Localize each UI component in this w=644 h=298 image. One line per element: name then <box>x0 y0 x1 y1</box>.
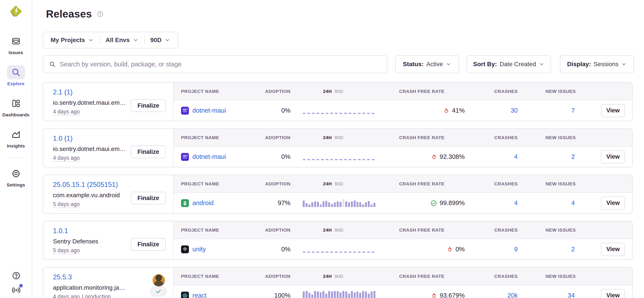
sidebar-item-dashboards[interactable]: Dashboards <box>0 96 32 117</box>
chevron-down-icon <box>133 37 138 43</box>
project-link[interactable]: react <box>192 292 206 298</box>
notification-dot <box>19 284 23 287</box>
col-90d: 90D <box>334 274 343 279</box>
col-new-issues: New Issues <box>520 274 578 279</box>
sort-by-dropdown[interactable]: Sort By: Date Created <box>466 55 551 73</box>
new-issues-link[interactable]: 4 <box>520 199 578 207</box>
project-filter[interactable]: My Projects <box>45 35 100 45</box>
release-card: 1.0.1 Sentry Defenses 5 days ago Finaliz… <box>43 221 632 260</box>
avatar[interactable] <box>152 274 165 286</box>
release-card: 1.0 (1) io.sentry.dotnet.maui.em… 4 days… <box>43 128 632 167</box>
new-issues-link[interactable]: 7 <box>520 107 578 114</box>
view-button[interactable]: View <box>601 197 625 210</box>
crashes-link[interactable]: 20k <box>468 292 520 298</box>
chevron-down-icon <box>88 37 94 43</box>
col-crash-free-rate: Crash Free Rate <box>376 227 468 233</box>
release-version-link[interactable]: 1.0.1 <box>53 227 68 235</box>
env-separator: | <box>82 293 84 298</box>
sentry-logo[interactable] <box>10 5 22 18</box>
finalize-button[interactable]: Finalize <box>131 192 166 204</box>
status-dropdown[interactable]: Status: Active <box>395 55 459 73</box>
view-button[interactable]: View <box>601 104 625 117</box>
release-created: 4 days ago <box>53 108 80 116</box>
crash-free-status-icon <box>430 154 437 160</box>
date-range-filter[interactable]: 90D <box>144 35 176 45</box>
col-crash-free-rate: Crash Free Rate <box>376 135 468 140</box>
help-button[interactable] <box>12 271 21 280</box>
finalize-button[interactable]: Finalize <box>131 238 166 251</box>
crash-free-rate: 99.899% <box>376 199 468 207</box>
table-data-row: .NETMAUI dotnet-maui 0% 92.308% <box>174 147 632 167</box>
release-version-link[interactable]: 1.0 (1) <box>53 135 73 142</box>
status-dropdown-value: Active <box>426 61 443 68</box>
release-version-link[interactable]: 25.05.15.1 (2505151) <box>53 181 118 189</box>
adoption-value: 0% <box>253 246 290 253</box>
environment-filter[interactable]: All Envs <box>100 35 144 45</box>
sidebar-item-issues[interactable]: Issues <box>0 34 32 55</box>
table-header-row: Project Name Adoption 24H 90D Crash Free… <box>174 129 632 147</box>
search-input[interactable] <box>60 61 381 68</box>
dashboards-icon <box>11 99 21 108</box>
crashes-link[interactable]: 4 <box>468 153 520 160</box>
table-data-row: .NETMAUI dotnet-maui 0% 41% <box>174 100 632 121</box>
col-crash-free-rate: Crash Free Rate <box>376 181 468 186</box>
release-created: 4 days ago <box>53 155 80 162</box>
col-project-name: Project Name <box>181 89 253 94</box>
crash-free-rate: 93.679% <box>376 292 468 298</box>
new-issues-link[interactable]: 2 <box>520 246 578 253</box>
release-package: Sentry Defenses <box>53 238 140 245</box>
finalize-button[interactable]: Finalize <box>131 145 166 158</box>
new-issues-link[interactable]: 2 <box>520 153 578 160</box>
sidebar-item-insights[interactable]: Insights <box>0 128 32 149</box>
adoption-trend <box>290 107 376 114</box>
chevron-down-icon <box>164 37 170 43</box>
release-created: 5 days ago <box>53 201 80 208</box>
sidebar-item-settings[interactable]: Settings <box>0 167 32 188</box>
finalize-button[interactable]: Finalize <box>131 99 166 112</box>
adoption-value: 100% <box>253 292 290 298</box>
col-project-name: Project Name <box>181 227 253 233</box>
col-project-name: Project Name <box>181 274 253 279</box>
finalized-check-pill[interactable] <box>150 286 166 296</box>
display-dropdown-label: Display: <box>567 61 591 68</box>
sidebar-item-explore[interactable]: Explore <box>0 65 32 86</box>
project-link[interactable]: android <box>192 199 214 207</box>
release-version-link[interactable]: 25.5.3 <box>53 273 72 281</box>
crashes-link[interactable]: 9 <box>468 246 520 253</box>
issues-icon <box>11 36 21 46</box>
adoption-trend <box>290 153 376 160</box>
release-package: com.example.vu.android <box>53 192 140 199</box>
view-button[interactable]: View <box>601 150 625 163</box>
view-button[interactable]: View <box>601 243 625 256</box>
release-package: application.monitoring.ja… <box>53 284 140 291</box>
view-button[interactable]: View <box>601 289 625 298</box>
table-data-row: react 100% 93.679% 20k 34 <box>174 285 632 298</box>
project-filter-label: My Projects <box>50 37 85 44</box>
table-data-row: unity 0% 0% 9 2 Vi <box>174 239 632 259</box>
crash-free-value: 92.308% <box>440 153 465 160</box>
table-data-row: android 97% 99.899% 4 4 <box>174 193 632 213</box>
crashes-link[interactable]: 30 <box>468 107 520 114</box>
project-link[interactable]: unity <box>192 246 206 253</box>
sidebar-divider <box>8 157 24 158</box>
sidebar-item-label: Settings <box>6 182 25 188</box>
display-dropdown[interactable]: Display: Sessions <box>560 55 634 73</box>
help-icon <box>12 271 21 280</box>
release-version-link[interactable]: 2.1 (1) <box>53 88 73 96</box>
new-issues-link[interactable]: 34 <box>520 292 578 298</box>
search-bar <box>43 55 388 73</box>
chevron-down-icon <box>446 61 451 67</box>
release-package: io.sentry.dotnet.maui.em… <box>53 145 140 153</box>
whats-new-button[interactable] <box>12 285 21 295</box>
crashes-link[interactable]: 4 <box>468 199 520 207</box>
crash-free-rate: 41% <box>376 107 468 114</box>
page-help-icon[interactable] <box>97 11 104 18</box>
main-content: Releases My Projects All Envs 90D <box>32 0 644 298</box>
platform-icon: .NETMAUI <box>181 153 189 161</box>
col-adoption: Adoption <box>253 181 290 186</box>
project-link[interactable]: dotnet-maui <box>192 107 226 114</box>
sidebar-item-label: Issues <box>8 50 23 55</box>
release-table: Project Name Adoption 24H 90D Crash Free… <box>174 175 632 213</box>
project-link[interactable]: dotnet-maui <box>192 153 226 160</box>
col-crashes: Crashes <box>468 227 520 233</box>
